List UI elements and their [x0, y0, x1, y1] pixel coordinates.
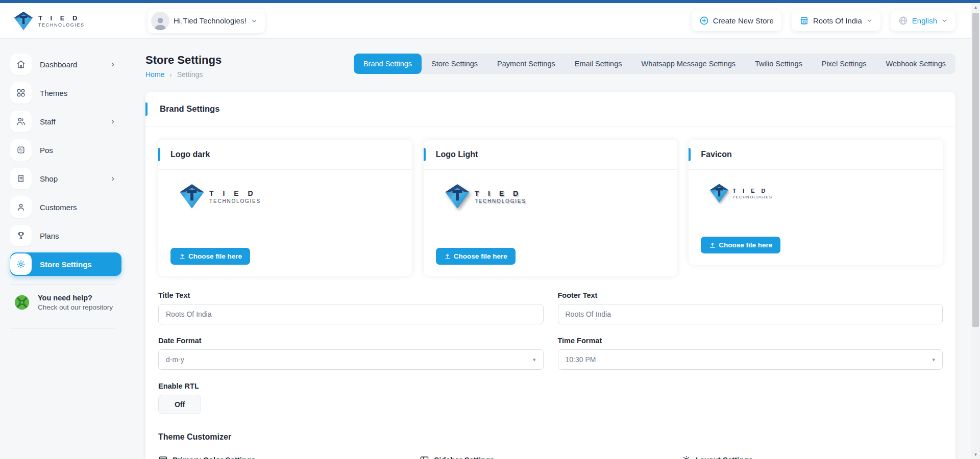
help-title: You need help?	[38, 294, 113, 302]
tab-twilio-settings[interactable]: Twilio Settings	[745, 54, 812, 74]
tab-pixel-settings[interactable]: Pixel Settings	[812, 54, 876, 74]
chevron-down-icon	[251, 17, 258, 24]
logo-upload-row: Logo dark T I E D	[158, 140, 943, 276]
logo-subtext: TECHNOLOGIES	[475, 198, 526, 204]
brand-settings-card: Brand Settings Logo dark	[145, 92, 955, 459]
create-new-store-button[interactable]: Create New Store	[692, 10, 781, 31]
tab-brand-settings[interactable]: Brand Settings	[354, 54, 422, 74]
user-greeting: Hi,Tied Technologies!	[174, 16, 247, 25]
scroll-up-arrow[interactable]: ▲	[971, 3, 980, 12]
home-icon	[10, 54, 32, 75]
upload-card-title: Logo Light	[436, 150, 478, 159]
choose-file-button[interactable]: Choose file here	[701, 237, 780, 253]
logo-text: T I E D	[475, 189, 526, 197]
customizer-section-label: Layout Settings	[696, 455, 753, 459]
choose-file-button[interactable]: Choose file here	[170, 248, 250, 265]
tab-webhook-settings[interactable]: Webhook Settings	[876, 54, 955, 74]
customizer-section-label: Sidebar Settings	[434, 455, 494, 459]
time-format-label: Time Format	[558, 337, 943, 345]
help-box[interactable]: You need help? Check out our repository	[10, 285, 125, 320]
tab-payment-settings[interactable]: Payment Settings	[487, 54, 565, 74]
sidebar-divider	[10, 328, 115, 329]
brand-text: T I E D TECHNOLOGIES	[38, 14, 85, 28]
sidebar: Dashboard › Themes Staff › Pos	[0, 38, 125, 459]
theme-customizer-title: Theme Customizer	[158, 432, 943, 442]
tab-whatsapp-message-settings[interactable]: Whatsapp Message Settings	[631, 54, 745, 74]
language-selector[interactable]: English	[891, 10, 955, 31]
primary-color-settings-section[interactable]: Primary Color Settings	[158, 455, 420, 459]
sidebar-label: Dashboard	[40, 60, 77, 69]
upload-card-title: Favicon	[701, 150, 731, 159]
language-label: English	[912, 16, 937, 25]
sidebar-label: Plans	[40, 232, 59, 240]
upload-icon	[179, 253, 186, 260]
layout-settings-section[interactable]: Layout Settings	[681, 455, 943, 459]
logo-subtext: TECHNOLOGIES	[209, 198, 261, 204]
enable-rtl-toggle[interactable]: Off	[158, 395, 201, 414]
app-logo[interactable]: T I E D TECHNOLOGIES	[0, 11, 125, 31]
page-title: Store Settings	[145, 54, 222, 67]
tab-email-settings[interactable]: Email Settings	[565, 54, 632, 74]
enable-rtl-label: Enable RTL	[158, 382, 943, 390]
logo-text: T I E D	[732, 188, 772, 194]
trophy-icon	[10, 225, 32, 246]
logo-dark-preview: T I E D TECHNOLOGIES	[179, 183, 400, 210]
upload-card-title: Logo dark	[170, 150, 210, 159]
user-menu[interactable]: Hi,Tied Technologies!	[148, 9, 265, 33]
sidebar-icon	[420, 455, 429, 459]
choose-file-button[interactable]: Choose file here	[436, 248, 516, 265]
sidebar-item-themes[interactable]: Themes	[10, 81, 121, 105]
time-format-select[interactable]: 10:30 PM ▾	[558, 349, 943, 370]
scroll-down-arrow[interactable]: ▼	[971, 450, 980, 459]
sidebar-item-store-settings[interactable]: Store Settings	[10, 252, 121, 276]
breadcrumb: Home › Settings	[145, 70, 222, 79]
scrollbar-thumb[interactable]	[972, 13, 979, 327]
sun-icon	[681, 455, 691, 459]
scrollbar[interactable]: ▲ ▼	[971, 3, 980, 459]
logo-dark-card: Logo dark T I E D	[158, 140, 412, 276]
choose-file-label: Choose file here	[188, 252, 242, 260]
footer-text-label: Footer Text	[558, 291, 943, 299]
date-format-label: Date Format	[158, 337, 544, 345]
sidebar-label: Staff	[40, 117, 56, 126]
sidebar-item-plans[interactable]: Plans	[10, 224, 121, 247]
store-selector[interactable]: Roots Of India	[792, 10, 880, 31]
create-new-store-label: Create New Store	[713, 16, 774, 25]
sidebar-label: Shop	[40, 174, 58, 183]
breadcrumb-home-link[interactable]: Home	[145, 70, 164, 79]
gear-icon	[10, 253, 32, 275]
sidebar-label: Customers	[40, 203, 77, 212]
sidebar-label: Pos	[40, 146, 53, 155]
person-icon	[10, 196, 32, 218]
select-arrow-icon: ▾	[533, 356, 536, 363]
sidebar-settings-section[interactable]: Sidebar Settings	[420, 455, 681, 459]
date-format-select[interactable]: d-m-y ▾	[158, 349, 544, 370]
title-text-input[interactable]	[158, 304, 544, 324]
upload-icon	[444, 253, 451, 260]
pos-icon	[10, 139, 32, 161]
breadcrumb-separator: ›	[169, 71, 172, 79]
grid-icon	[10, 82, 32, 104]
chevron-down-icon	[941, 17, 948, 24]
time-format-value: 10:30 PM	[566, 355, 596, 364]
avatar	[151, 12, 169, 30]
header: T I E D TECHNOLOGIES Hi,Tied Technologie…	[0, 3, 980, 38]
top-accent-strip	[0, 0, 980, 3]
settings-tabs: Brand Settings Store Settings Payment Se…	[354, 54, 955, 74]
tied-logo-icon	[13, 11, 34, 31]
choose-file-label: Choose file here	[719, 241, 772, 249]
plus-circle-icon	[699, 16, 709, 26]
sidebar-label: Themes	[40, 89, 67, 97]
footer-text-input[interactable]	[558, 304, 943, 324]
sidebar-item-shop[interactable]: Shop ›	[10, 167, 121, 190]
tab-store-settings[interactable]: Store Settings	[422, 54, 487, 74]
logo-light-preview: T I E D TECHNOLOGIES	[444, 183, 666, 210]
logo-text: T I E D	[209, 189, 261, 197]
sidebar-item-staff[interactable]: Staff ›	[10, 110, 121, 133]
sidebar-item-pos[interactable]: Pos	[10, 138, 121, 162]
sidebar-item-dashboard[interactable]: Dashboard ›	[10, 53, 121, 76]
section-title: Brand Settings	[160, 104, 219, 113]
sidebar-item-customers[interactable]: Customers	[10, 195, 121, 219]
help-subtitle: Check out our repository	[38, 303, 113, 311]
storefront-icon	[799, 16, 809, 26]
